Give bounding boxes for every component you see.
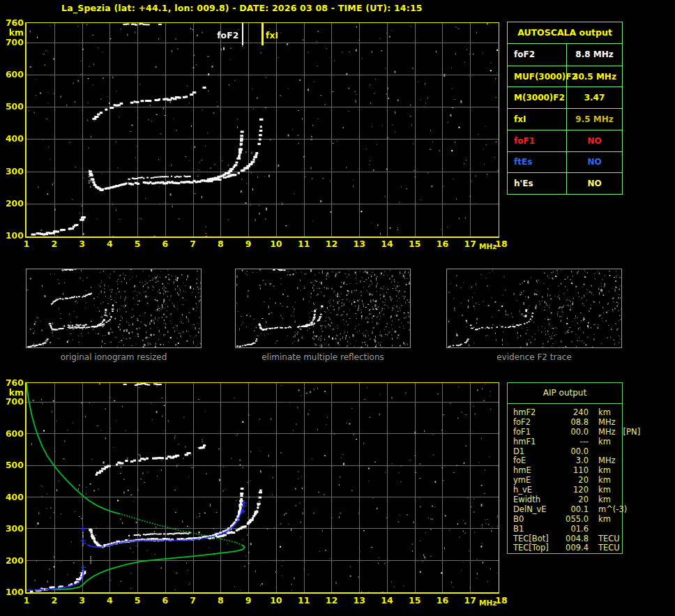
x-tick-label: 4 — [99, 596, 120, 606]
aip-row: B0055.0km — [513, 515, 622, 525]
autoscala-row-value: 9.5 MHz — [567, 109, 622, 130]
x-tick-label: 8 — [210, 239, 231, 249]
aip-row-label: DelN_vE — [513, 505, 556, 515]
y-tick-label: 760 — [3, 378, 24, 388]
aip-row: h_vE120km — [513, 486, 622, 495]
x-tick-label: 14 — [377, 239, 397, 249]
aip-row-value: 20 — [556, 476, 589, 486]
autoscala-output-screen: { "header": { "title": "La_Spezia (lat: … — [0, 0, 675, 616]
x-axis-unit-label: MHz — [479, 599, 496, 608]
aip-row-unit: TECU — [589, 543, 622, 553]
autoscala-row-label: h'Es — [508, 173, 567, 194]
autoscala-row-value: 8.8 MHz — [567, 44, 622, 66]
autoscala-row-label: ftEs — [508, 152, 567, 173]
aip-row-value: --- — [556, 437, 589, 447]
aip-row-value: 120 — [556, 486, 589, 495]
aip-row-value: 3.0 — [556, 456, 589, 466]
thumbnail-evidence — [446, 269, 622, 348]
aip-row: D100.0 — [513, 447, 622, 457]
autoscala-row-value: NO — [567, 152, 622, 173]
x-tick-label: 17 — [460, 596, 480, 606]
aip-unit-text: km — [598, 407, 611, 417]
x-tick-label: 7 — [183, 596, 204, 606]
y-tick-label: 600 — [3, 429, 24, 439]
x-tick-label: 1 — [16, 239, 37, 249]
x-tick-label: 10 — [266, 239, 287, 249]
aip-table-body: hmF2240kmfoF208.8MHzfoF100.0MHz[PN]hmF1-… — [508, 404, 622, 553]
top-ionogram-canvas — [26, 23, 499, 236]
x-tick-label: 14 — [377, 596, 397, 606]
aip-row-value: 004.8 — [556, 534, 589, 544]
x-tick-label: 16 — [432, 239, 453, 249]
y-tick-label: 300 — [3, 167, 24, 176]
aip-row-unit: km — [589, 476, 622, 486]
aip-row-unit: MHz — [589, 456, 622, 466]
aip-row-value: 00.1 — [556, 505, 589, 515]
aip-row: hmF1---km — [513, 437, 622, 447]
x-tick-label: 1 — [16, 596, 37, 606]
x-tick-label: 3 — [72, 596, 93, 606]
thumbnail-original — [26, 269, 202, 348]
aip-row-label: B0 — [513, 515, 556, 525]
aip-unit-text: TECU — [598, 534, 620, 543]
aip-row-label: TEC[Top] — [513, 543, 556, 553]
aip-row: foE3.0MHz — [513, 456, 622, 466]
aip-row-value: 009.4 — [556, 543, 589, 553]
x-tick-label: 11 — [294, 596, 314, 606]
x-tick-label: 9 — [238, 239, 259, 249]
aip-row-label: hmF1 — [513, 437, 556, 447]
autoscala-row-value: 3.47 — [567, 87, 622, 108]
aip-row: foF208.8MHz — [513, 418, 622, 428]
aip-unit-text: TECU — [598, 543, 620, 553]
aip-row: hmF2240km — [513, 408, 622, 418]
thumbnail-evidence-canvas — [447, 269, 621, 347]
autoscala-row: MUF(3000)F230.5 MHz — [508, 66, 622, 87]
aip-unit-text: km — [598, 485, 611, 495]
autoscala-row-value: NO — [567, 173, 622, 194]
y-axis-unit-label: km — [3, 28, 24, 38]
x-tick-label: 2 — [44, 596, 65, 606]
y-tick-label: 700 — [3, 397, 24, 407]
aip-row-label: foF2 — [513, 418, 556, 428]
x-tick-label: 12 — [321, 596, 342, 606]
aip-unit-text: MHz — [598, 427, 616, 437]
autoscala-row: h'EsNO — [508, 172, 622, 194]
aip-table: AIP output hmF2240kmfoF208.8MHzfoF100.0M… — [507, 382, 623, 554]
x-tick-label: 4 — [99, 239, 120, 249]
thumbnail-filtered-canvas — [236, 269, 410, 347]
x-tick-label: 10 — [266, 596, 287, 606]
fxi-marker-line — [261, 22, 264, 45]
autoscala-row: fxI9.5 MHz — [508, 108, 622, 130]
aip-row-unit: MHz — [589, 418, 622, 428]
autoscala-row-label: foF1 — [508, 130, 567, 151]
x-tick-label: 5 — [127, 239, 148, 249]
aip-row-label: D1 — [513, 447, 556, 457]
aip-row: TEC[Top]009.4TECU — [513, 543, 622, 553]
station-title: La_Spezia (lat: +44.1, lon: 009.8) - DAT… — [61, 3, 423, 13]
aip-row-label: foE — [513, 456, 556, 466]
x-tick-label: 15 — [404, 239, 425, 249]
top-ionogram-plot: foF2fxI — [25, 22, 499, 238]
x-tick-label: 16 — [432, 596, 453, 606]
aip-row-unit: km — [589, 515, 622, 525]
aip-row: ymE20km — [513, 476, 622, 486]
aip-unit-text: km — [598, 495, 611, 504]
aip-row-label: hmE — [513, 466, 556, 476]
y-tick-label: 400 — [3, 134, 24, 144]
aip-row-unit: TECU — [589, 534, 622, 544]
thumbnail-original-caption: original ionogram resized — [26, 352, 202, 362]
aip-row-label: h_vE — [513, 486, 556, 495]
x-tick-label: 6 — [155, 239, 176, 249]
aip-row-value: 055.0 — [556, 515, 589, 525]
aip-unit-text: km — [598, 437, 611, 446]
aip-row: DelN_vE00.1m^(-3) — [513, 505, 622, 515]
aip-row-unit: m^(-3) — [589, 505, 627, 515]
aip-row-label: B1 — [513, 525, 556, 534]
fof2-marker-label: foF2 — [217, 31, 238, 40]
aip-row-value: 20 — [556, 495, 589, 505]
thumbnail-original-canvas — [26, 269, 201, 347]
aip-row-value: 110 — [556, 466, 589, 476]
aip-row-value: 00.0 — [556, 447, 589, 457]
aip-row: Ewidth20km — [513, 495, 622, 505]
y-tick-label: 760 — [3, 18, 24, 28]
